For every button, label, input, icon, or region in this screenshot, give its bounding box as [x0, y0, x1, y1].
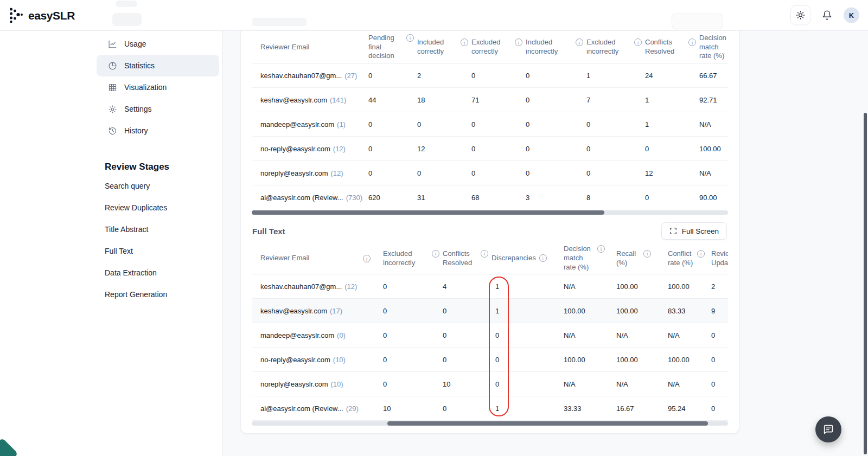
study-count-link[interactable]: (17) [330, 307, 342, 315]
cell-value: N/A [699, 120, 728, 129]
cell-value: 44 [368, 96, 417, 104]
study-count-link[interactable]: (12) [344, 282, 357, 291]
sidebar-item-settings[interactable]: Settings [97, 98, 219, 120]
cell-value: 1 [492, 307, 564, 315]
sidebar-item-label: History [124, 126, 148, 135]
vertical-scrollbar-thumb[interactable] [864, 113, 867, 454]
sidebar-item-visualization[interactable]: Visualization [97, 76, 219, 98]
stage-item-search-query[interactable]: Search query [105, 175, 222, 197]
sidebar-item-label: Visualization [124, 83, 167, 92]
info-icon[interactable] [539, 254, 547, 262]
cell-value: 0 [526, 96, 586, 104]
reviewer-email: ai@easyslr.com (Review... [260, 194, 343, 202]
horizontal-scrollbar-thumb[interactable] [252, 210, 604, 215]
sidebar-item-history[interactable]: History [97, 120, 219, 142]
reviewer-email: no-reply@easyslr.com [260, 356, 330, 364]
cell-value: 0 [526, 169, 586, 177]
cell-value: 92.71 [699, 96, 728, 104]
info-icon[interactable] [576, 38, 583, 46]
stage-item-report-generation[interactable]: Report Generation [105, 284, 222, 305]
sidebar-item-label: Settings [124, 105, 152, 113]
cell-value: 3 [526, 194, 586, 202]
reviewer-email: ai@easyslr.com (Review... [260, 404, 343, 413]
horizontal-scrollbar-track[interactable] [252, 210, 728, 215]
cell-value: 16.67 [616, 404, 668, 413]
sidebar-item-statistics[interactable]: Statistics [97, 55, 219, 76]
cell-value: 0 [711, 380, 728, 388]
user-avatar[interactable]: K [844, 8, 859, 23]
cell-value: 100.00 [616, 356, 668, 364]
cell-value: 4 [443, 282, 492, 291]
cell-value: 7 [586, 96, 645, 104]
study-count-link[interactable]: (141) [330, 96, 346, 104]
cell-value: 0 [383, 282, 443, 291]
column-header: Conflict rate (%) [668, 249, 694, 268]
info-icon[interactable] [515, 38, 522, 46]
cell-value: 0 [417, 120, 471, 129]
info-icon[interactable] [481, 250, 488, 258]
cell-value: 0 [443, 307, 492, 315]
stage-item-review-duplicates[interactable]: Review Duplicates [105, 197, 222, 219]
info-icon[interactable] [406, 34, 414, 42]
full-screen-label: Full Screen [682, 227, 719, 235]
cell-value: N/A [564, 331, 616, 339]
horizontal-scrollbar-thumb[interactable] [387, 421, 708, 426]
cell-value: 0 [586, 169, 645, 177]
reviewer-email: keshav.chauhan07@gm... [260, 72, 342, 80]
study-count-link[interactable]: (10) [333, 356, 346, 364]
cell-value: N/A [668, 331, 711, 339]
cell-value: 1 [645, 120, 699, 129]
table-row: ai@easyslr.com (Review...(29) 10 0 1 33.… [252, 396, 728, 421]
info-icon[interactable] [597, 245, 605, 253]
study-count-link[interactable]: (12) [333, 145, 346, 153]
full-screen-button[interactable]: Full Screen [661, 222, 727, 240]
study-count-link[interactable]: (0) [337, 331, 346, 339]
theme-toggle-button[interactable] [790, 5, 810, 25]
column-header: Revie Upda [711, 249, 728, 268]
sidebar-item-usage[interactable]: Usage [97, 33, 219, 55]
column-header: Conflicts Resolved [645, 38, 685, 56]
study-count-link[interactable]: (1) [337, 120, 346, 129]
stage-item-data-extraction[interactable]: Data Extraction [105, 262, 222, 284]
table-row: mandeep@easyslr.com(0) 0 0 0 N/A N/A N/A… [252, 323, 728, 348]
cell-value: 33.33 [564, 404, 616, 413]
stage-item-title-abstract[interactable]: Title Abstract [105, 219, 222, 240]
info-icon[interactable] [461, 38, 468, 46]
cell-value: 0 [471, 145, 526, 153]
column-header: Decision match rate (%) [564, 245, 594, 272]
history-clock-icon [108, 126, 117, 136]
info-icon[interactable] [697, 250, 705, 258]
sidebar-item-label: Usage [124, 40, 146, 48]
column-header: Included correctly [417, 38, 457, 56]
obscured-section-title-ghost [252, 18, 307, 26]
cell-value: 0 [526, 120, 586, 129]
reviewer-email: noreply@easyslr.com [260, 380, 328, 388]
study-count-link[interactable]: (29) [346, 404, 359, 413]
study-count-link[interactable]: (12) [330, 169, 343, 177]
horizontal-scrollbar-track[interactable] [252, 421, 728, 426]
info-icon[interactable] [363, 255, 371, 262]
table-row: keshav.chauhan07@gm...(27) 0 2 0 0 1 24 … [252, 63, 728, 88]
reviewer-email: mandeep@easyslr.com [260, 331, 334, 339]
stage-item-full-text[interactable]: Full Text [105, 240, 222, 262]
study-count-link[interactable]: (27) [344, 72, 357, 80]
full-text-table: Reviewer Email Excluded incorrectly Conf… [252, 243, 728, 421]
cell-value: 100.00 [564, 356, 616, 364]
cell-value: 68 [471, 194, 526, 202]
info-icon[interactable] [432, 250, 439, 258]
study-count-link[interactable]: (10) [330, 380, 343, 388]
chat-widget-button[interactable] [815, 416, 841, 442]
notifications-bell-button[interactable] [822, 10, 832, 21]
info-icon[interactable] [643, 250, 651, 258]
column-header: Discrepancies [492, 254, 536, 263]
brand-logo[interactable]: easySLR [9, 7, 75, 24]
info-icon[interactable] [634, 38, 642, 46]
study-count-link[interactable]: (730) [346, 194, 362, 202]
chat-bubble-icon [822, 423, 834, 435]
obscured-scrolled-content-ghost [116, 1, 137, 7]
expand-icon [669, 227, 677, 235]
cell-value: 1 [586, 72, 645, 80]
cell-value: 0 [383, 331, 443, 339]
info-icon[interactable] [688, 38, 696, 46]
table-row: keshav.chauhan07@gm...(12) 0 4 1 N/A 100… [252, 274, 728, 299]
